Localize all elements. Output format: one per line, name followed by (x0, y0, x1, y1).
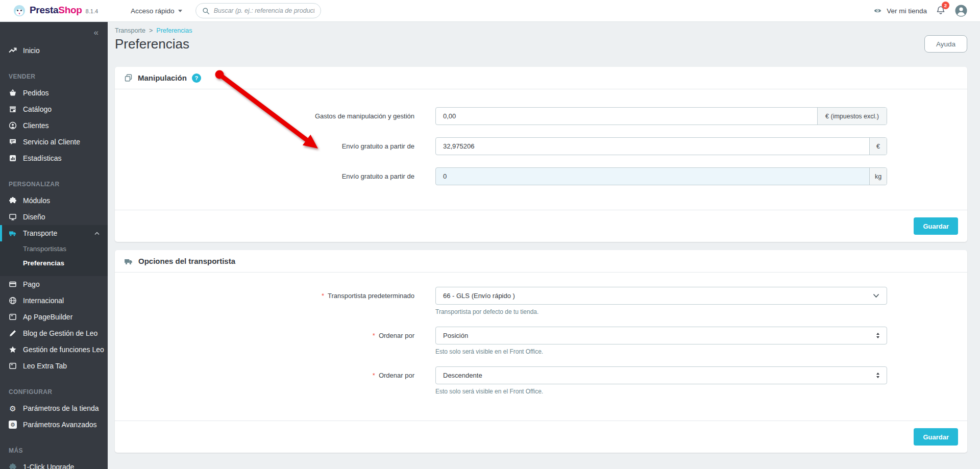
handling-fees-input[interactable] (436, 108, 817, 125)
save-button[interactable]: Guardar (914, 217, 958, 235)
selected-value: 66 - GLS (Envío rápido ) (443, 292, 515, 300)
sort-updown-icon (876, 373, 879, 378)
sidebar-item-label: Catálogo (23, 105, 52, 113)
weight-addon: kg (869, 168, 887, 185)
required-marker: * (373, 332, 375, 339)
view-shop-link[interactable]: Ver mi tienda (873, 7, 927, 15)
sidebar-item-1-click-upgrade[interactable]: 1-Click Upgrade (0, 459, 108, 469)
currency-addon: € (869, 138, 887, 155)
sidebar-item-transporte[interactable]: Transporte (0, 225, 108, 241)
gear-icon: ⚙ (9, 404, 17, 412)
field-label: *Transportista predeterminado (115, 292, 414, 300)
free-shipping-price-row: Envío gratuito a partir de € (115, 137, 967, 155)
monitor-icon (9, 213, 17, 221)
chat-icon (9, 138, 17, 146)
handling-panel-title: Manipulación (138, 73, 187, 82)
field-label: Envío gratuito a partir de (115, 142, 414, 150)
bar-chart-icon (9, 154, 17, 162)
field-label: Envío gratuito a partir de (115, 172, 414, 180)
sidebar-item-label: Módulos (23, 196, 50, 205)
search-icon (202, 7, 210, 15)
global-search[interactable] (195, 3, 321, 18)
breadcrumb: Transporte > Preferencias (115, 22, 967, 34)
carrier-options-panel: Opciones del transportista *Transportist… (115, 250, 967, 453)
breadcrumb-current: Preferencias (156, 27, 192, 34)
prestashop-logo[interactable]: PrestaShop 8.1.4 (13, 5, 98, 17)
prestashop-mascot-icon (13, 5, 26, 17)
sidebar-item-diseno[interactable]: Diseño (0, 209, 108, 225)
handling-panel: Manipulación ? Gastos de manipulación y … (115, 67, 967, 242)
sidebar-item-gestion-funciones-leo[interactable]: Gestión de funciones Leo (0, 341, 108, 358)
carrier-panel-title: Opciones del transportista (138, 257, 235, 265)
tab-window-icon (9, 313, 17, 321)
sidebar-item-inicio[interactable]: Inicio (0, 42, 108, 59)
field-help-text: Esto solo será visible en el Front Offic… (435, 388, 967, 395)
sidebar-item-label: Parámetros de la tienda (23, 404, 99, 412)
sidebar: « Inicio VENDER Pedidos Catálogo Cliente… (0, 22, 108, 469)
sidebar-item-pedidos[interactable]: Pedidos (0, 85, 108, 101)
topbar: PrestaShop 8.1.4 Acceso rápido Ver mi ti… (0, 0, 980, 22)
view-shop-label: Ver mi tienda (887, 7, 927, 15)
field-help-text: Esto solo será visible en el Front Offic… (435, 348, 967, 355)
sidebar-section-vender: VENDER (0, 68, 108, 85)
default-carrier-row: *Transportista predeterminado 66 - GLS (… (115, 287, 967, 315)
main-content: Transporte > Preferencias Preferencias A… (108, 22, 980, 469)
puzzle-icon (9, 196, 17, 205)
sidebar-item-servicio-al-cliente[interactable]: Servicio al Cliente (0, 134, 108, 150)
chevron-down-icon (873, 293, 879, 298)
store-icon (9, 105, 17, 113)
breadcrumb-parent[interactable]: Transporte (115, 27, 145, 34)
help-button[interactable]: Ayuda (924, 35, 967, 53)
sidebar-item-ap-pagebuilder[interactable]: Ap PageBuilder (0, 309, 108, 325)
sidebar-item-label: Gestión de funciones Leo (23, 345, 104, 354)
sidebar-item-internacional[interactable]: Internacional (0, 292, 108, 309)
sidebar-item-clientes[interactable]: Clientes (0, 117, 108, 134)
quick-access-menu[interactable]: Acceso rápido (131, 7, 182, 15)
basket-icon (9, 89, 17, 97)
sidebar-item-label: Pedidos (23, 89, 49, 97)
free-shipping-price-input[interactable] (436, 138, 869, 155)
sidebar-item-estadisticas[interactable]: Estadísticas (0, 150, 108, 166)
sidebar-section-mas: MÁS (0, 442, 108, 459)
sidebar-item-catalogo[interactable]: Catálogo (0, 101, 108, 117)
free-shipping-weight-row: Envío gratuito a partir de kg (115, 167, 967, 185)
field-label: Gastos de manipulación y gestión (115, 112, 414, 120)
chevron-up-icon (94, 232, 108, 235)
sidebar-item-pago[interactable]: Pago (0, 276, 108, 292)
sort-updown-icon (876, 333, 879, 338)
sidebar-item-label: Parámetros Avanzados (23, 421, 97, 429)
search-input[interactable] (214, 7, 314, 14)
transporte-expanded-group: Transporte Transportistas Preferencias (0, 225, 108, 276)
notifications-button[interactable]: 2 (936, 5, 945, 17)
version-label: 8.1.4 (86, 8, 98, 14)
tab-window-icon (9, 362, 17, 370)
selected-value: Posición (443, 332, 468, 339)
star-icon (9, 345, 17, 354)
help-bubble-icon[interactable]: ? (192, 73, 201, 83)
currency-tax-addon: € (impuestos excl.) (817, 108, 887, 125)
sidebar-item-modulos[interactable]: Módulos (0, 192, 108, 209)
sort-by-select[interactable]: Posición (435, 327, 887, 344)
sidebar-item-leo-extra-tab[interactable]: Leo Extra Tab (0, 358, 108, 374)
globe-icon (9, 297, 17, 305)
handling-fees-row: Gastos de manipulación y gestión € (impu… (115, 107, 967, 125)
breadcrumb-separator: > (149, 27, 153, 34)
save-button[interactable]: Guardar (914, 428, 958, 446)
sidebar-item-label: Internacional (23, 297, 64, 305)
sidebar-item-parametros-avanzados[interactable]: ⚙ Parámetros Avanzados (0, 416, 108, 433)
sort-order-select[interactable]: Descendente (435, 366, 887, 384)
sidebar-section-configurar: CONFIGURAR (0, 384, 108, 400)
sidebar-item-parametros-tienda[interactable]: ⚙ Parámetros de la tienda (0, 400, 108, 416)
user-avatar[interactable] (954, 4, 968, 17)
sidebar-subitem-preferencias[interactable]: Preferencias (0, 256, 108, 270)
sort-by-row: *Ordenar por Posición Esto solo será vis… (115, 327, 967, 355)
sidebar-subitem-transportistas[interactable]: Transportistas (0, 241, 108, 256)
default-carrier-select[interactable]: 66 - GLS (Envío rápido ) (435, 287, 887, 305)
field-label: *Ordenar por (115, 332, 414, 339)
gear-box-icon: ⚙ (9, 421, 17, 429)
free-shipping-weight-input[interactable] (436, 168, 869, 185)
sidebar-item-blog-gestion-leo[interactable]: Blog de Gestión de Leo (0, 325, 108, 341)
sidebar-collapse-button[interactable]: « (94, 28, 99, 37)
required-marker: * (322, 292, 324, 300)
selected-value: Descendente (443, 372, 482, 379)
